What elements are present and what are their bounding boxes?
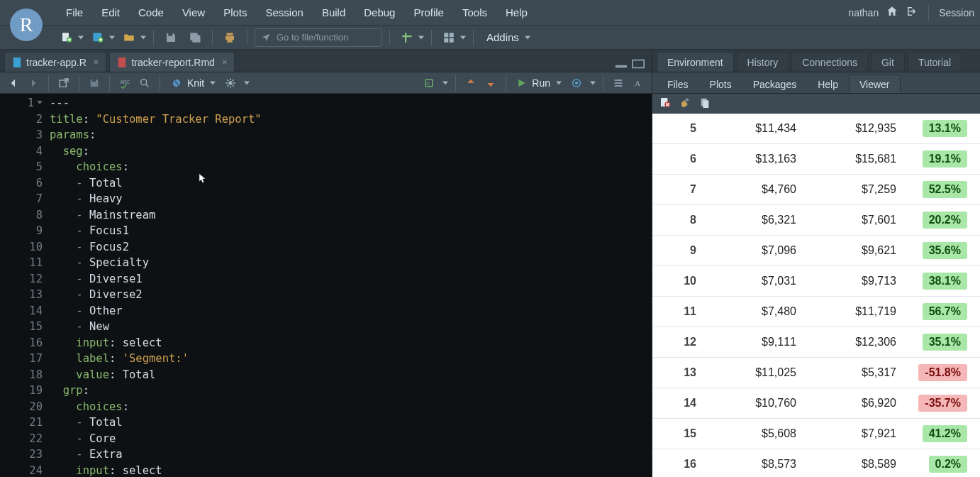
- tab-files[interactable]: Files: [657, 75, 699, 93]
- cell-a: $11,434: [709, 114, 809, 144]
- export-viewer-icon[interactable]: [699, 97, 711, 111]
- show-in-new-window-icon[interactable]: [56, 75, 72, 91]
- publish-button[interactable]: [569, 75, 584, 91]
- exit-icon[interactable]: [906, 5, 918, 20]
- insert-button[interactable]: [397, 28, 424, 47]
- new-project-button[interactable]: [88, 28, 115, 47]
- tab-close-icon[interactable]: ×: [94, 57, 99, 67]
- code-line[interactable]: seg:: [50, 143, 652, 160]
- menu-debug[interactable]: Debug: [355, 6, 404, 18]
- menu-view[interactable]: View: [173, 6, 214, 18]
- code-line[interactable]: - Mainstream: [50, 207, 652, 224]
- outline-icon[interactable]: [611, 75, 626, 91]
- home-icon[interactable]: [886, 5, 898, 20]
- tab-viewer[interactable]: Viewer: [849, 75, 901, 93]
- code-line[interactable]: grp:: [50, 383, 652, 399]
- viewer-pane[interactable]: 5$11,434$12,93513.1%6$13,163$15,68119.1%…: [652, 114, 980, 477]
- session-label[interactable]: Session: [939, 7, 974, 18]
- save-all-button[interactable]: [185, 28, 205, 47]
- nav-fwd-button[interactable]: [26, 75, 41, 91]
- go-prev-button[interactable]: [463, 75, 479, 91]
- editor-tab[interactable]: tracker-app.R×: [4, 52, 106, 72]
- menu-profile[interactable]: Profile: [404, 6, 453, 18]
- tab-close-icon[interactable]: ×: [222, 57, 228, 67]
- env-tab-history[interactable]: History: [737, 52, 789, 72]
- code-line[interactable]: - Diverse1: [50, 271, 652, 287]
- code-line[interactable]: choices:: [50, 399, 652, 415]
- tab-packages[interactable]: Packages: [742, 75, 807, 93]
- table-row: 14$10,760$6,920-35.7%: [652, 388, 980, 419]
- find-icon[interactable]: [137, 75, 152, 91]
- maximize-pane-icon[interactable]: [632, 59, 645, 72]
- insert-chunk-button[interactable]: c: [421, 75, 437, 91]
- tab-plots[interactable]: Plots: [699, 75, 742, 93]
- tab-help[interactable]: Help: [807, 75, 849, 93]
- menu-file[interactable]: File: [57, 6, 92, 18]
- cell-b: $9,713: [809, 266, 909, 297]
- code-line[interactable]: input: select: [50, 463, 652, 478]
- menu-build[interactable]: Build: [313, 6, 355, 18]
- menu-code[interactable]: Code: [129, 6, 173, 18]
- switch-visual-icon[interactable]: A: [630, 75, 646, 91]
- run-button[interactable]: Run: [513, 77, 564, 89]
- open-file-button[interactable]: [119, 28, 146, 47]
- print-button[interactable]: [220, 28, 240, 47]
- new-file-button[interactable]: [57, 28, 84, 47]
- code-line[interactable]: - Total: [50, 175, 652, 192]
- code-editor[interactable]: 123456789101112131415161718192021222324 …: [0, 94, 652, 477]
- goto-file-input[interactable]: Go to file/function: [255, 28, 382, 47]
- gutter-line: 20: [0, 399, 43, 415]
- code-line[interactable]: - Core: [50, 431, 652, 447]
- knit-button[interactable]: Knit: [167, 77, 218, 89]
- env-tab-connections[interactable]: Connections: [791, 52, 868, 72]
- code-line[interactable]: value: Total: [50, 367, 652, 383]
- code-line[interactable]: params:: [50, 127, 652, 143]
- code-line[interactable]: ---: [50, 95, 652, 111]
- code-line[interactable]: label: 'Segment:': [50, 351, 652, 367]
- menu-edit[interactable]: Edit: [92, 6, 129, 18]
- cell-b: $12,935: [809, 114, 909, 144]
- code-line[interactable]: - Other: [50, 303, 652, 319]
- code-line[interactable]: - Heavy: [50, 191, 652, 207]
- env-tab-tutorial[interactable]: Tutorial: [908, 52, 962, 72]
- code-line[interactable]: - Total: [50, 415, 652, 431]
- go-next-button[interactable]: [483, 75, 499, 91]
- tab-title: tracker-report.Rmd: [131, 57, 214, 68]
- code-line[interactable]: - Specialty: [50, 255, 652, 271]
- gutter-line: 16: [0, 335, 43, 351]
- code-line[interactable]: - Diverse2: [50, 287, 652, 303]
- menu-session[interactable]: Session: [257, 6, 313, 18]
- gutter-line: 19: [0, 383, 43, 399]
- minimize-pane-icon[interactable]: [615, 59, 628, 72]
- gutter-line: 21: [0, 415, 43, 431]
- code-line[interactable]: - Extra: [50, 446, 652, 463]
- code-line[interactable]: - Focus1: [50, 223, 652, 239]
- viewer-toolbar: [652, 94, 980, 114]
- save-doc-button[interactable]: [87, 75, 102, 91]
- spellcheck-icon[interactable]: ABC: [117, 75, 133, 91]
- clear-viewer-icon[interactable]: [679, 97, 691, 111]
- code-line[interactable]: input: select: [50, 335, 652, 351]
- doc-options-gear[interactable]: [223, 75, 238, 91]
- menu-plots[interactable]: Plots: [214, 6, 256, 18]
- code-line[interactable]: - New: [50, 319, 652, 335]
- nav-back-button[interactable]: [6, 75, 21, 91]
- cell-b: $12,306: [809, 327, 909, 358]
- addins-button[interactable]: Addins: [481, 31, 536, 43]
- menu-tools[interactable]: Tools: [453, 6, 496, 18]
- env-tab-environment[interactable]: Environment: [657, 52, 734, 72]
- gutter-line: 9: [0, 223, 43, 239]
- gutter-line: 22: [0, 431, 43, 447]
- editor-tab[interactable]: tracker-report.Rmd×: [109, 52, 235, 72]
- menu-help[interactable]: Help: [496, 6, 537, 18]
- svg-rect-8: [444, 38, 448, 42]
- code-line[interactable]: choices:: [50, 159, 652, 175]
- gutter-line: 4: [0, 143, 43, 160]
- remove-viewer-icon[interactable]: [659, 97, 671, 111]
- panes-button[interactable]: [439, 28, 466, 47]
- svg-point-22: [575, 82, 578, 84]
- save-button[interactable]: [161, 28, 181, 47]
- env-tab-git[interactable]: Git: [871, 52, 905, 72]
- code-line[interactable]: - Focus2: [50, 239, 652, 256]
- code-line[interactable]: title: "Customer Tracker Report": [50, 111, 652, 128]
